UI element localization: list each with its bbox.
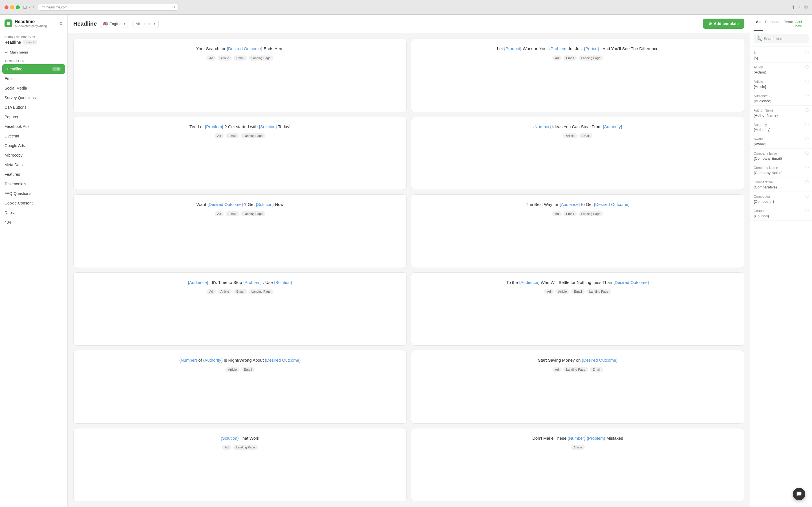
- sidebar-item-microcopy[interactable]: Microcopy: [0, 151, 67, 160]
- template-card[interactable]: Your Search for {Desired Outcome} Ends H…: [73, 39, 407, 112]
- tag[interactable]: Email: [579, 133, 593, 138]
- reload-icon[interactable]: ↺: [172, 5, 175, 9]
- sidebar-item-email[interactable]: Email: [0, 74, 67, 83]
- info-icon[interactable]: ⓘ: [805, 194, 809, 199]
- search-input[interactable]: [764, 37, 806, 41]
- tag[interactable]: Email: [225, 133, 239, 138]
- variable-item[interactable]: Articleⓘ{Article}: [750, 77, 812, 91]
- tag[interactable]: Landing Page: [587, 289, 611, 294]
- share-icon[interactable]: ⬆: [792, 4, 795, 10]
- sidebar-item-social-media[interactable]: Social Media: [0, 83, 67, 93]
- tag[interactable]: Email: [563, 55, 577, 61]
- info-icon[interactable]: ⓘ: [805, 94, 809, 98]
- sidebar-item-cookie-consent[interactable]: Cookie Consent: [0, 198, 67, 208]
- sidebar-item-cta-buttons[interactable]: CTA Buttons: [0, 103, 67, 112]
- template-card[interactable]: Want {Desired Outcome} ? Get {Solution} …: [73, 194, 407, 268]
- sidebar-item-popups[interactable]: Popups: [0, 112, 67, 122]
- tag[interactable]: Ad: [222, 445, 231, 450]
- tag[interactable]: Landing Page: [249, 55, 273, 61]
- url-bar[interactable]: 🛡 headlime.com ↺: [38, 4, 179, 11]
- tag[interactable]: Email: [563, 211, 577, 216]
- sidebar-item-faq-questions[interactable]: FAQ Questions: [0, 189, 67, 198]
- close-button[interactable]: [4, 5, 8, 9]
- tab-all[interactable]: All: [754, 18, 763, 31]
- settings-icon[interactable]: ⚙: [59, 21, 63, 26]
- template-card[interactable]: {Solution} That WorkAdLanding Page: [73, 428, 407, 502]
- new-tab-icon[interactable]: +: [799, 4, 801, 10]
- tag[interactable]: Landing Page: [578, 211, 603, 216]
- sidebar-item-404[interactable]: 404: [0, 217, 67, 227]
- sidebar-item-facebook-ads[interactable]: Facebook Ads: [0, 122, 67, 131]
- info-icon[interactable]: ⓘ: [805, 165, 809, 170]
- info-icon[interactable]: ⓘ: [805, 108, 809, 113]
- variable-item[interactable]: Competitorⓘ{Competitor}: [750, 192, 812, 206]
- tag[interactable]: Ad: [552, 367, 562, 372]
- tag[interactable]: Ad: [214, 211, 224, 216]
- info-icon[interactable]: ⓘ: [805, 209, 809, 213]
- tag[interactable]: Ad: [206, 289, 216, 294]
- template-card[interactable]: Tired of {Problem} ? Get started with {S…: [73, 117, 407, 190]
- info-icon[interactable]: ⓘ: [805, 79, 809, 84]
- back-icon[interactable]: ‹: [29, 4, 31, 10]
- sidebar-item-google-ads[interactable]: Google Ads: [0, 141, 67, 151]
- variable-item[interactable]: Awardⓘ{Award}: [750, 134, 812, 149]
- tag[interactable]: Ad: [552, 55, 562, 61]
- variable-item[interactable]: Audienceⓘ{Audience}: [750, 91, 812, 106]
- tag[interactable]: Ad: [544, 289, 553, 294]
- main-menu-link[interactable]: ← Main menu: [0, 48, 67, 57]
- tag[interactable]: Article: [555, 289, 570, 294]
- tab-team[interactable]: Team: [782, 18, 795, 31]
- sidebar-item-testimonials[interactable]: Testimonials: [0, 179, 67, 189]
- variable-item[interactable]: Authorityⓘ{Authority}: [750, 120, 812, 134]
- tag[interactable]: Landing Page: [241, 133, 266, 138]
- scripts-selector[interactable]: All scripts ▼: [133, 20, 159, 28]
- tag[interactable]: Article: [225, 367, 240, 372]
- template-card[interactable]: {Number} Ideas You Can Steal From {Autho…: [411, 117, 744, 190]
- variable-item[interactable]: Actionⓘ{Action}: [750, 62, 812, 77]
- sidebar-item-livechat[interactable]: Livechat: [0, 131, 67, 141]
- template-card[interactable]: The Best Way for {Audience} to Get {Desi…: [411, 194, 744, 268]
- tag[interactable]: Article: [563, 133, 577, 138]
- tag[interactable]: Email: [241, 367, 255, 372]
- tag[interactable]: Email: [234, 55, 247, 61]
- add-template-button[interactable]: ⊕ Add template: [703, 18, 744, 29]
- tag[interactable]: Landing Page: [563, 367, 588, 372]
- info-icon[interactable]: ⓘ: [805, 180, 809, 184]
- tag[interactable]: Article: [218, 289, 232, 294]
- tabs-icon[interactable]: ⧉: [804, 4, 808, 10]
- template-card[interactable]: Start Saving Money on {Desired Outcome}A…: [411, 350, 744, 424]
- switch-button[interactable]: Switch: [23, 40, 37, 45]
- sidebar-toggle-icon[interactable]: ⊡: [23, 4, 27, 10]
- tag[interactable]: Ad: [206, 55, 216, 61]
- variable-item[interactable]: Author Nameⓘ{Author Name}: [750, 106, 812, 120]
- chat-widget[interactable]: [793, 488, 805, 500]
- variable-item[interactable]: Company Nameⓘ{Company Name}: [750, 163, 812, 177]
- template-card[interactable]: Don't Make These {Number} {Problem} Mist…: [411, 428, 744, 502]
- tag[interactable]: Article: [218, 55, 232, 61]
- search-input-wrapper[interactable]: 🔍: [754, 34, 809, 43]
- minimize-button[interactable]: [10, 5, 14, 9]
- variable-item[interactable]: Comparativeⓘ{Comparative}: [750, 177, 812, 192]
- sidebar-item-headline[interactable]: Headline923: [2, 64, 65, 74]
- template-card[interactable]: Let {Product} Work on Your {Problem} for…: [411, 39, 744, 112]
- sidebar-item-survey-questions[interactable]: Survey Questions: [0, 93, 67, 103]
- tag[interactable]: Email: [590, 367, 603, 372]
- tag[interactable]: Ad: [552, 211, 562, 216]
- tab-personal[interactable]: Personal: [763, 18, 782, 31]
- variable-item[interactable]: Company Emailⓘ{Company Email}: [750, 149, 812, 163]
- tag[interactable]: Email: [225, 211, 239, 216]
- tag[interactable]: Email: [571, 289, 585, 294]
- tag[interactable]: Landing Page: [233, 445, 258, 450]
- sidebar-item-drips[interactable]: Drips: [0, 208, 67, 217]
- tag[interactable]: Landing Page: [249, 289, 273, 294]
- info-icon[interactable]: ⓘ: [805, 151, 809, 156]
- info-icon[interactable]: ⓘ: [805, 65, 809, 69]
- info-icon[interactable]: ⓘ: [805, 122, 809, 127]
- template-card[interactable]: {Number} of {Authority} Is Right/Wrong A…: [73, 350, 407, 424]
- sidebar-item-features[interactable]: Features: [0, 170, 67, 179]
- variable-item[interactable]: $ⓘ{$}: [750, 48, 812, 62]
- sidebar-item-meta-data[interactable]: Meta Data: [0, 160, 67, 170]
- info-icon[interactable]: ⓘ: [805, 50, 809, 55]
- tag[interactable]: Ad: [214, 133, 224, 138]
- add-new-button[interactable]: Add new: [795, 18, 809, 31]
